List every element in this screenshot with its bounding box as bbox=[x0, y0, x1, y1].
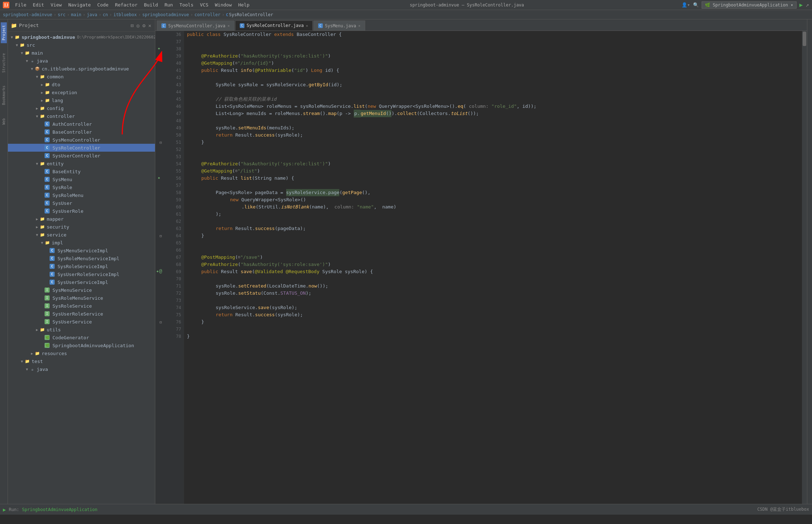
breadcrumb-class[interactable]: CSysRoleController bbox=[226, 12, 273, 17]
menu-view[interactable]: View bbox=[48, 1, 65, 8]
project-tree[interactable]: ▼ 📁 springboot-adminvue D:\ProgramWorkSp… bbox=[8, 32, 155, 504]
tab-sysmenucontroller[interactable]: C SysMenuController.java ✕ bbox=[157, 20, 234, 31]
tree-item-src[interactable]: ▼ 📁 src bbox=[8, 41, 155, 49]
tree-item-authcontroller[interactable]: ▶ C AuthController bbox=[8, 120, 155, 128]
menu-help[interactable]: Help bbox=[235, 1, 252, 8]
fold-icon-64[interactable]: ⊟ bbox=[160, 234, 162, 238]
tree-item-package[interactable]: ▼ 📦 cn.itbluebox.springbootadminvue bbox=[8, 65, 155, 73]
tree-item-sysrolemenuserviceimpl[interactable]: ▶ C SysRoleMenuServiceImpl bbox=[8, 254, 155, 262]
code-line-39: @PreAuthorize("hasAuthority('sys:role:li… bbox=[187, 52, 799, 60]
tree-item-resources[interactable]: ▶ 📁 resources bbox=[8, 349, 155, 357]
breadcrumb-src[interactable]: src bbox=[58, 12, 66, 17]
tree-item-sysrole[interactable]: ▶ C SysRole bbox=[8, 183, 155, 191]
tree-item-sysuser[interactable]: ▶ C SysUser bbox=[8, 199, 155, 207]
tree-item-sysuserroleservice[interactable]: ▶ I SysUserRoleService bbox=[8, 310, 155, 318]
locate-icon[interactable]: ◎ bbox=[136, 22, 140, 29]
code-line-38 bbox=[187, 45, 799, 52]
gutter-70 bbox=[155, 275, 166, 282]
tree-item-mapper[interactable]: ▶ 📁 mapper bbox=[8, 215, 155, 223]
tree-item-root[interactable]: ▼ 📁 springboot-adminvue D:\ProgramWorkSp… bbox=[8, 33, 155, 41]
fold-icon-51[interactable]: ⊟ bbox=[160, 141, 162, 144]
menu-tools[interactable]: Tools bbox=[176, 1, 196, 8]
breadcrumb-itbluebox[interactable]: itbluebox bbox=[113, 12, 137, 17]
code-line-56: public Result list(String name) { bbox=[187, 175, 799, 182]
structure-tab[interactable]: Structure bbox=[1, 50, 7, 75]
menu-file[interactable]: File bbox=[12, 1, 29, 8]
tree-item-sysrolecontroller[interactable]: ▶ C SysRoleController bbox=[8, 144, 155, 152]
tree-item-dto[interactable]: ▶ 📁 dto bbox=[8, 81, 155, 88]
tree-item-sysusercontroller[interactable]: ▶ C SysUserController bbox=[8, 152, 155, 160]
sidebar-toolbar: ⊟ ◎ ⚙ ✕ bbox=[130, 22, 152, 29]
collapse-all-icon[interactable]: ⊟ bbox=[130, 22, 134, 29]
breadcrumb-main[interactable]: main bbox=[71, 12, 81, 17]
run-button-icon[interactable]: ▶ bbox=[799, 1, 803, 8]
breadcrumb-controller[interactable]: controller bbox=[194, 12, 220, 17]
gutter-36 bbox=[155, 31, 166, 38]
tree-item-exception[interactable]: ▶ 📁 exception bbox=[8, 88, 155, 96]
tree-item-sysuserserviceimpl[interactable]: ▶ C SysUserServiceImpl bbox=[8, 278, 155, 286]
tree-item-entity[interactable]: ▼ 📁 entity bbox=[8, 160, 155, 167]
tree-item-sysroleserviceimpl[interactable]: ▶ C SysRoleServiceImpl bbox=[8, 262, 155, 270]
tab-close-sysmenu[interactable]: ✕ bbox=[358, 24, 361, 28]
tab-close-sysmenucontroller[interactable]: ✕ bbox=[228, 24, 230, 28]
fold-icon-76[interactable]: ⊟ bbox=[160, 320, 162, 324]
menu-edit[interactable]: Edit bbox=[30, 1, 47, 8]
tree-item-sysmenuservice[interactable]: ▶ I SysMenuService bbox=[8, 286, 155, 294]
tree-item-sysrolemenuservice[interactable]: ▶ I SysRoleMenuService bbox=[8, 294, 155, 302]
breadcrumb-cn[interactable]: cn bbox=[103, 12, 108, 17]
tree-item-config[interactable]: ▶ 📁 config bbox=[8, 104, 155, 112]
tree-item-sysmenu[interactable]: ▶ C SysMenu bbox=[8, 175, 155, 183]
bookmarks-tab[interactable]: Bookmarks bbox=[1, 83, 7, 108]
tree-item-common[interactable]: ▼ 📁 common bbox=[8, 73, 155, 81]
scrollbar-thumb[interactable] bbox=[803, 32, 806, 46]
tree-item-test-java[interactable]: ▼ ☕ java bbox=[8, 365, 155, 373]
menu-build[interactable]: Build bbox=[141, 1, 161, 8]
tree-item-sysuserservice[interactable]: ▶ I SysUserService bbox=[8, 318, 155, 326]
tree-item-lang[interactable]: ▶ 📁 lang bbox=[8, 96, 155, 104]
code-content[interactable]: public class SysRoleController extends B… bbox=[184, 31, 802, 504]
menu-navigate[interactable]: Navigate bbox=[65, 1, 94, 8]
tree-item-sysroleservice[interactable]: ▶ I SysRoleService bbox=[8, 302, 155, 310]
tree-item-baseentity[interactable]: ▶ C BaseEntity bbox=[8, 167, 155, 175]
tab-sysmenu[interactable]: C SysMenu.java ✕ bbox=[313, 20, 365, 31]
tree-item-sysuserroleserviceimpl[interactable]: ▶ C SysUserRoleServiceImpl bbox=[8, 270, 155, 278]
search-everywhere-icon[interactable]: 🔍 bbox=[693, 2, 699, 8]
tab-close-sysrolecontroller[interactable]: ✕ bbox=[306, 24, 308, 28]
tree-item-controller[interactable]: ▼ 📁 controller bbox=[8, 112, 155, 120]
tree-item-sysmenuserviceimpl[interactable]: ▶ C SysMenuServiceImpl bbox=[8, 247, 155, 254]
breadcrumb-project[interactable]: springboot-adminvue bbox=[3, 12, 52, 17]
project-tab[interactable]: Project bbox=[1, 22, 7, 43]
tree-item-utils[interactable]: ▶ 📁 utils bbox=[8, 326, 155, 334]
tree-item-sysrolemenu[interactable]: ▶ C SysRoleMenu bbox=[8, 191, 155, 199]
external-link-icon[interactable]: ↗ bbox=[806, 1, 809, 8]
menu-window[interactable]: Window bbox=[212, 1, 235, 8]
sidebar-close-icon[interactable]: ✕ bbox=[148, 22, 152, 29]
code-editor-area[interactable]: ✦ ⊟ bbox=[155, 31, 807, 504]
code-line-69: public Result save(@Validated @RequestBo… bbox=[187, 268, 799, 275]
user-icon[interactable]: 👤▾ bbox=[682, 2, 690, 8]
tree-item-java[interactable]: ▼ ☕ java bbox=[8, 57, 155, 65]
tree-item-security[interactable]: ▶ 📁 security bbox=[8, 223, 155, 231]
settings-icon[interactable]: ⚙ bbox=[142, 22, 146, 29]
tree-item-application[interactable]: ▶ 🌿 SpringbootAdminvueApplication bbox=[8, 341, 155, 349]
breadcrumb-springbootadminvue[interactable]: springbootadminvue bbox=[142, 12, 189, 17]
tree-item-main[interactable]: ▼ 📁 main bbox=[8, 49, 155, 57]
scrollbar-area[interactable] bbox=[802, 31, 807, 504]
run-config-selector[interactable]: 🌿 SpringbootAdminvueApplication ▾ bbox=[702, 1, 797, 9]
tree-item-service[interactable]: ▼ 📁 service bbox=[8, 231, 155, 239]
svg-text:IJ: IJ bbox=[4, 3, 8, 7]
menu-code[interactable]: Code bbox=[95, 1, 111, 8]
tree-item-impl[interactable]: ▼ 📁 impl bbox=[8, 239, 155, 247]
tree-item-sysmenucontroller[interactable]: ▶ C SysMenuController bbox=[8, 136, 155, 144]
breadcrumb-java[interactable]: java bbox=[87, 12, 97, 17]
menu-refactor[interactable]: Refactor bbox=[112, 1, 141, 8]
tree-item-basecontroller[interactable]: ▶ C BaseController bbox=[8, 128, 155, 136]
tree-item-sysuserrole[interactable]: ▶ C SysUserRole bbox=[8, 207, 155, 215]
menu-vcs[interactable]: VCS bbox=[197, 1, 211, 8]
menu-run[interactable]: Run bbox=[162, 1, 176, 8]
gutter-45 bbox=[155, 96, 166, 103]
web-tab[interactable]: Web bbox=[1, 115, 7, 128]
tab-sysrolecontroller[interactable]: C SysRoleController.java ✕ bbox=[235, 20, 313, 31]
tree-item-codegenerator[interactable]: ▶ 🌿 CodeGenerator bbox=[8, 334, 155, 341]
tree-item-test[interactable]: ▼ 📁 test bbox=[8, 357, 155, 365]
